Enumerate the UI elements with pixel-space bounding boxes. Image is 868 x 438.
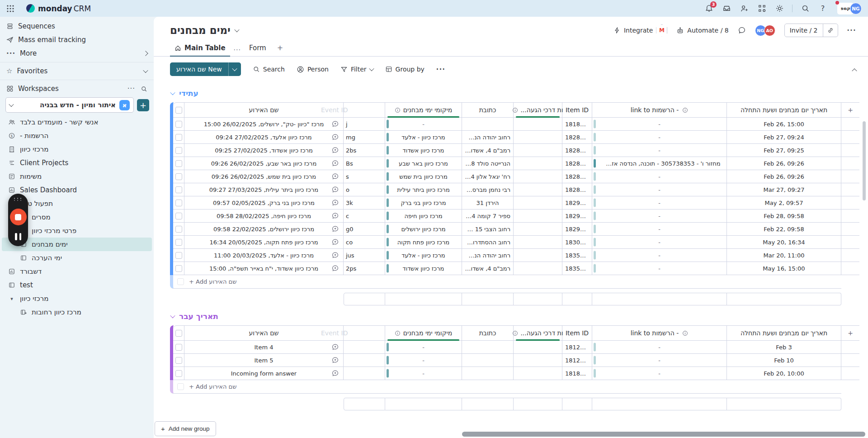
sidebar-board-item[interactable]: Client Projects — [2, 156, 152, 170]
cell-directions[interactable] — [514, 144, 562, 157]
sidebar-board-item[interactable]: ▾מרכזי כיוון — [2, 292, 152, 305]
cell-location[interactable]: מרכז כיוון אשדוד — [385, 262, 462, 275]
workspaces-menu-icon[interactable]: ··· — [127, 85, 135, 93]
cell-address[interactable]: הנרייטה סולד 8 בניין... — [462, 157, 514, 170]
row-checkbox[interactable] — [175, 370, 182, 377]
row-checkbox[interactable] — [175, 107, 182, 114]
column-header-link-to[interactable]: link to הרשמות - — [592, 103, 727, 117]
apps-marketplace-icon[interactable] — [757, 4, 767, 14]
cell-event-id[interactable]: mg — [344, 131, 385, 143]
cell-item-id[interactable]: 18188618... — [562, 118, 592, 130]
help-icon[interactable]: ? — [818, 4, 828, 14]
cell-item-name[interactable]: מרכז כיוון בני ברק, 02/05/2025 09:57 — [184, 196, 344, 209]
cell-link-to[interactable]: - — [592, 144, 727, 157]
cell-item-name[interactable]: Item 5 — [184, 354, 344, 367]
cell-location[interactable]: מרכז כיוון בית שמש — [385, 170, 462, 183]
cell-date[interactable]: May 2, 09:57 — [727, 196, 841, 209]
sidebar-board-item[interactable]: משימות — [2, 170, 152, 183]
info-icon[interactable] — [682, 330, 688, 336]
cell-item-name[interactable]: מרכז כיוון חיפה, 28/02/2025 09:58 — [184, 209, 344, 222]
sidebar-board-item[interactable]: $הרשמות - — [2, 129, 152, 143]
cell-directions[interactable] — [514, 183, 562, 196]
cell-item-id[interactable]: 1835032... — [562, 249, 592, 262]
invite-button[interactable]: Invite / 2 — [784, 24, 838, 37]
cell-location[interactable]: מרכז כיוון פתח תקוה — [385, 236, 462, 248]
cell-link-to[interactable]: - — [592, 249, 727, 262]
row-checkbox[interactable] — [175, 213, 182, 219]
cell-item-id[interactable]: 1829015... — [562, 196, 592, 209]
cell-location[interactable]: - — [385, 118, 462, 130]
cell-directions[interactable] — [514, 118, 562, 130]
new-item-dropdown[interactable] — [228, 62, 241, 76]
cell-date[interactable]: Feb 3 — [727, 341, 841, 353]
stop-recording-button[interactable] — [10, 209, 27, 225]
cell-item-name[interactable]: מרכז כיוון באר שבע, 26/02/2025 09:26 — [184, 157, 344, 170]
notifications-bell-icon[interactable]: 3 — [704, 4, 714, 14]
caret-down-icon[interactable]: ▾ — [8, 296, 15, 302]
column-header-date[interactable]: תאריך יום מבחנים ושעת התחלה — [727, 103, 841, 117]
cell-item-name[interactable]: מרכז כיוון אלעד, 27/02/2025 09:24 — [184, 131, 344, 143]
row-checkbox[interactable] — [175, 239, 182, 246]
add-workspace-item-button[interactable]: + — [137, 99, 149, 111]
row-checkbox[interactable] — [175, 200, 182, 206]
info-icon[interactable] — [395, 107, 401, 113]
cell-directions[interactable] — [514, 249, 562, 262]
search-button[interactable]: Search — [253, 66, 285, 73]
cell-link-to[interactable]: - — [592, 170, 727, 183]
cell-location[interactable]: - — [385, 341, 462, 353]
sidebar-item-sequences[interactable]: Sequences — [0, 19, 154, 33]
column-header-name[interactable]: שם האירוע — [184, 326, 344, 340]
cell-date[interactable]: Feb 27, 09:25 — [727, 144, 841, 157]
cell-event-id[interactable]: jus — [344, 249, 385, 262]
column-header-date[interactable]: תאריך יום מבחנים ושעת התחלה — [727, 326, 841, 340]
add-item-row[interactable]: + Add שם האירוע — [170, 275, 841, 289]
group-by-button[interactable]: Group by — [385, 66, 425, 73]
row-checkbox[interactable] — [175, 173, 182, 180]
search-icon[interactable] — [800, 4, 810, 14]
column-header-directions[interactable]: ...ות דרכי הגעה — [514, 326, 562, 340]
cell-event-id[interactable]: o — [344, 183, 385, 196]
cell-location[interactable]: מרכז כיוון חיפה — [385, 209, 462, 222]
column-header-address[interactable]: כתובת — [462, 103, 514, 117]
row-checkbox[interactable] — [175, 186, 182, 193]
open-update-icon[interactable] — [331, 120, 339, 128]
drag-handle-icon[interactable] — [14, 198, 23, 201]
cell-location[interactable]: - — [385, 354, 462, 367]
workspaces-search-icon[interactable] — [141, 86, 147, 92]
row-checkbox[interactable] — [175, 330, 182, 337]
open-update-icon[interactable] — [331, 199, 339, 207]
sidebar-board-item[interactable]: Sales Dashboard — [2, 183, 152, 197]
cell-location[interactable]: מרכז כיוון - אלעד — [385, 131, 462, 143]
collapse-group-icon[interactable] — [170, 313, 175, 318]
cell-address[interactable]: ספיר 7 קומה 4 בניין ... — [462, 209, 514, 222]
cell-date[interactable]: Mar 20, 11:00 — [727, 249, 841, 262]
cell-item-name[interactable]: Incoming form answer — [184, 367, 344, 380]
column-header-directions[interactable]: ...ות דרכי הגעה — [514, 103, 562, 117]
apps-grid-icon[interactable] — [6, 5, 14, 13]
open-update-icon[interactable] — [331, 370, 339, 377]
horizontal-scrollbar[interactable] — [462, 432, 865, 437]
cell-item-name[interactable]: מרכז כיוון פתח תקוה, 20/05/2025 16:34 — [184, 236, 344, 248]
cell-link-to[interactable]: - — [592, 262, 727, 275]
cell-directions[interactable] — [514, 170, 562, 183]
cell-item-name[interactable]: מרכז כיוון - אלעד, 20/03/2025 11:00 — [184, 249, 344, 262]
cell-item-name[interactable]: מרכז כיוון ירושלים, 22/02/2025 09:58 — [184, 223, 344, 235]
column-header-location[interactable]: מיקומי ימי מבחנים — [385, 103, 462, 117]
cell-item-name[interactable]: מרכז כיוון אשדוד, י"ח באייר תשפ"ה, 15:00 — [184, 262, 344, 275]
invite-members-icon[interactable] — [739, 4, 749, 14]
row-checkbox[interactable] — [175, 357, 182, 364]
new-item-button[interactable]: שם האירוע New — [170, 62, 241, 76]
cell-directions[interactable] — [514, 223, 562, 235]
cell-directions[interactable] — [514, 262, 562, 275]
cell-directions[interactable] — [514, 236, 562, 248]
settings-gear-icon[interactable] — [774, 4, 784, 14]
sidebar-item-mass-email-tracking[interactable]: Mass email tracking — [0, 33, 154, 47]
info-icon[interactable] — [682, 107, 688, 113]
cell-address[interactable] — [462, 367, 514, 380]
cell-address[interactable]: רחוב יהודה הנשיא 4... — [462, 131, 514, 143]
cell-link-to[interactable]: - — [592, 209, 727, 222]
cell-directions[interactable] — [514, 354, 562, 367]
cell-event-id[interactable]: c — [344, 209, 385, 222]
cell-item-id[interactable]: 1829015... — [562, 209, 592, 222]
cell-address[interactable] — [462, 118, 514, 130]
